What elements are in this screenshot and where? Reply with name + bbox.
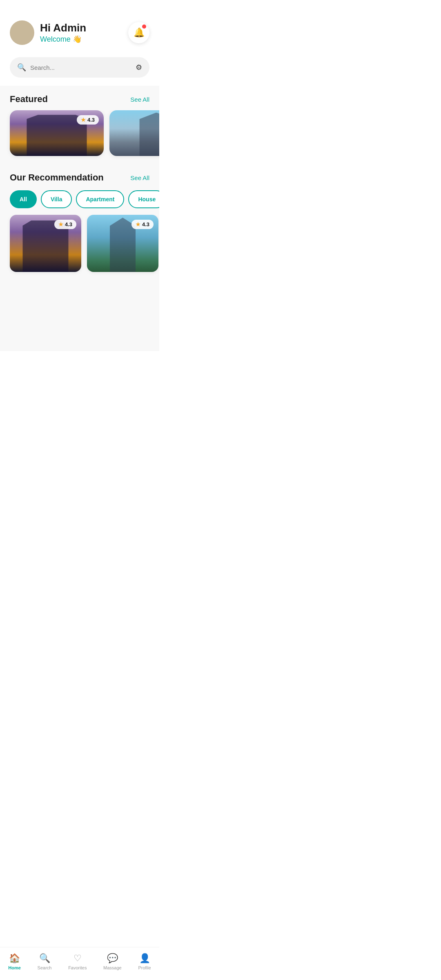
recommendation-see-all[interactable]: See All <box>130 174 149 181</box>
featured-card-1-rating: ★ 4.3 <box>77 115 99 125</box>
bell-icon: 🔔 <box>134 27 145 38</box>
search-icon: 🔍 <box>17 63 26 72</box>
featured-card-2[interactable]: ★ 4.3 Apartment $1,... Lavender Manor <box>109 110 159 156</box>
greeting: Hi Admin Welcome 👋 <box>40 22 86 43</box>
avatar-image <box>10 20 34 45</box>
notification-dot <box>142 24 146 29</box>
rec-card-1[interactable]: ★ 4.3 <box>10 215 81 272</box>
search-section: 🔍 ⚙ <box>0 53 159 86</box>
search-bar: 🔍 ⚙ <box>10 57 149 78</box>
rec-card-2-image: ★ 4.3 <box>87 215 158 272</box>
rec-card-1-rating: ★ 4.3 <box>54 220 76 229</box>
avatar <box>10 20 34 45</box>
recommendation-section: Our Recommendation See All All Villa Apa… <box>0 164 159 313</box>
star-icon-rec-2: ★ <box>136 221 140 227</box>
featured-card-1-image: ★ 4.3 <box>10 110 104 156</box>
recommendation-header: Our Recommendation See All <box>0 164 159 189</box>
filter-all[interactable]: All <box>10 190 37 208</box>
star-icon: ★ <box>81 117 86 123</box>
filter-icon[interactable]: ⚙ <box>136 63 142 72</box>
header: Hi Admin Welcome 👋 🔔 <box>0 0 159 53</box>
featured-header: Featured See All <box>0 86 159 110</box>
star-icon-rec-1: ★ <box>58 221 63 227</box>
filter-apartment[interactable]: Apartment <box>76 190 124 208</box>
featured-card-1[interactable]: ★ 4.3 Apartment $1,900/month Lavender Ma… <box>10 110 104 156</box>
app-container: Hi Admin Welcome 👋 🔔 🔍 ⚙ Featured See Al… <box>0 0 159 351</box>
rec-card-2-rating: ★ 4.3 <box>131 220 154 229</box>
featured-scroll: ★ 4.3 Apartment $1,900/month Lavender Ma… <box>0 110 159 164</box>
featured-section: Featured See All ★ 4.3 Apartment $1,900/… <box>0 86 159 164</box>
filter-villa[interactable]: Villa <box>41 190 72 208</box>
notification-button[interactable]: 🔔 <box>128 22 149 43</box>
featured-card-2-image: ★ 4.3 <box>109 110 159 156</box>
greeting-name: Hi Admin <box>40 22 86 34</box>
featured-see-all[interactable]: See All <box>130 96 149 103</box>
filter-pills: All Villa Apartment House <box>0 189 159 215</box>
featured-title: Featured <box>10 94 48 105</box>
rec-grid: ★ 4.3 ★ 4.3 <box>0 215 159 313</box>
recommendation-title: Our Recommendation <box>10 172 104 183</box>
search-input[interactable] <box>30 64 131 71</box>
filter-house[interactable]: House <box>128 190 159 208</box>
header-left: Hi Admin Welcome 👋 <box>10 20 86 45</box>
rec-card-2[interactable]: ★ 4.3 <box>87 215 158 272</box>
greeting-welcome: Welcome 👋 <box>40 35 86 44</box>
rec-card-1-image: ★ 4.3 <box>10 215 81 272</box>
